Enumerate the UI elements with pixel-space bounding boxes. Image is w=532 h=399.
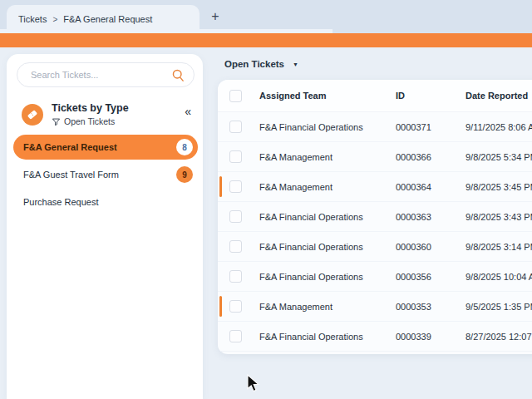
- row-checkbox-cell: [218, 180, 259, 193]
- cell-id: 0000353: [396, 302, 466, 312]
- tickets-table: Assigned Team ID Date Reported F&A Finan…: [218, 80, 532, 354]
- active-filter[interactable]: Open Tickets: [52, 116, 129, 126]
- cell-id: 0000371: [396, 122, 466, 132]
- row-checkbox[interactable]: [229, 300, 242, 313]
- row-checkbox[interactable]: [229, 240, 242, 253]
- sidebar: Tickets by Type Open Tickets « F&A Gener…: [7, 54, 203, 399]
- cell-date-reported: 8/27/2025 12:07 PM: [466, 332, 532, 342]
- breadcrumb-tickets[interactable]: Tickets: [18, 14, 47, 24]
- cell-assigned-team: F&A Financial Operations: [259, 332, 396, 342]
- breadcrumb-separator-icon: >: [52, 15, 57, 24]
- row-checkbox-cell: [218, 330, 259, 342]
- row-checkbox-cell: [218, 240, 259, 253]
- row-checkbox-cell: [218, 150, 259, 163]
- column-header-date-reported[interactable]: Date Reported: [466, 91, 532, 101]
- row-checkbox[interactable]: [229, 330, 242, 342]
- table-body: F&A Financial Operations 0000371 9/11/20…: [218, 112, 532, 352]
- tickets-by-type-header: Tickets by Type Open Tickets «: [7, 96, 203, 131]
- section-title: Tickets by Type: [52, 102, 129, 115]
- browser-tab-active[interactable]: Tickets > F&A General Request: [7, 5, 200, 33]
- ticket-icon: [22, 104, 43, 126]
- row-checkbox-cell: [218, 270, 259, 283]
- cell-id: 0000356: [396, 272, 466, 282]
- sidebar-item-label: F&A General Request: [23, 142, 117, 152]
- plus-icon: +: [211, 9, 219, 24]
- row-checkbox[interactable]: [229, 270, 242, 283]
- chevron-down-icon: ▼: [293, 62, 298, 67]
- select-all-checkbox[interactable]: [229, 90, 242, 102]
- search-input[interactable]: [29, 69, 171, 81]
- table-row[interactable]: F&A Financial Operations 0000339 8/27/20…: [218, 322, 532, 352]
- sidebar-item[interactable]: Purchase Request: [13, 190, 198, 214]
- ticket-count-badge: 9: [176, 166, 193, 183]
- mouse-cursor: [247, 374, 260, 392]
- cell-assigned-team: F&A Management: [259, 182, 396, 192]
- sidebar-item-label: Purchase Request: [23, 197, 99, 207]
- new-tab-button[interactable]: +: [205, 7, 225, 27]
- sidebar-item[interactable]: F&A General Request 8: [13, 135, 198, 160]
- row-checkbox[interactable]: [229, 210, 242, 223]
- header-checkbox-cell: [218, 90, 259, 102]
- row-checkbox-cell: [218, 121, 259, 133]
- cell-id: 0000366: [396, 152, 466, 162]
- row-checkbox-cell: [218, 300, 259, 313]
- filter-funnel-icon: [52, 117, 61, 126]
- search-icon[interactable]: [171, 68, 185, 82]
- sidebar-item-label: F&A Guest Travel Form: [23, 170, 119, 180]
- cell-id: 0000339: [396, 332, 466, 342]
- app-header-bar: [0, 33, 532, 47]
- cell-assigned-team: F&A Financial Operations: [259, 242, 396, 252]
- cell-assigned-team: F&A Financial Operations: [259, 272, 396, 282]
- table-header-row: Assigned Team ID Date Reported: [218, 80, 532, 112]
- row-checkbox[interactable]: [229, 180, 242, 193]
- cell-id: 0000364: [396, 182, 466, 192]
- cell-id: 0000360: [396, 242, 466, 252]
- ticket-count-badge: 8: [176, 139, 193, 155]
- search-box[interactable]: [17, 62, 195, 87]
- cell-assigned-team: F&A Financial Operations: [259, 212, 396, 222]
- cell-date-reported: 9/8/2025 5:34 PM: [466, 152, 532, 162]
- cell-date-reported: 9/11/2025 8:06 AM: [466, 122, 532, 132]
- table-row[interactable]: F&A Financial Operations 0000360 9/8/202…: [218, 232, 532, 262]
- cell-date-reported: 9/8/2025 3:43 PM: [466, 212, 532, 222]
- table-row[interactable]: F&A Management 0000366 9/8/2025 5:34 PM: [218, 142, 532, 172]
- row-checkbox-cell: [218, 210, 259, 223]
- table-row[interactable]: F&A Financial Operations 0000363 9/8/202…: [218, 202, 532, 232]
- cell-assigned-team: F&A Management: [259, 152, 396, 162]
- cell-date-reported: 9/8/2025 3:14 PM: [466, 242, 532, 252]
- ticket-type-list: F&A General Request 8 F&A Guest Travel F…: [7, 135, 203, 214]
- collapse-sidebar-icon[interactable]: «: [185, 106, 191, 117]
- cell-assigned-team: F&A Management: [259, 302, 396, 312]
- active-filter-label: Open Tickets: [64, 116, 115, 126]
- table-row[interactable]: F&A Management 0000364 9/8/2025 3:45 PM: [218, 172, 532, 202]
- column-header-id[interactable]: ID: [396, 91, 466, 101]
- view-selector[interactable]: Open Tickets ▼: [224, 59, 298, 69]
- cell-date-reported: 9/8/2025 3:45 PM: [466, 182, 532, 192]
- tab-bar: Tickets > F&A General Request +: [0, 0, 532, 33]
- breadcrumb-current: F&A General Request: [63, 14, 152, 24]
- cell-id: 0000363: [396, 212, 466, 222]
- cell-date-reported: 9/8/2025 10:04 AM: [466, 272, 532, 282]
- cell-assigned-team: F&A Financial Operations: [259, 122, 396, 132]
- sidebar-item[interactable]: F&A Guest Travel Form 9: [13, 162, 198, 187]
- flag-indicator: [219, 176, 222, 197]
- column-header-assigned-team[interactable]: Assigned Team: [259, 91, 396, 101]
- table-row[interactable]: F&A Management 0000353 9/5/2025 1:35 PM: [218, 292, 532, 322]
- view-selector-label: Open Tickets: [224, 59, 284, 69]
- table-row[interactable]: F&A Financial Operations 0000371 9/11/20…: [218, 112, 532, 142]
- flag-indicator: [219, 296, 222, 317]
- row-checkbox[interactable]: [229, 150, 242, 163]
- row-checkbox[interactable]: [229, 121, 242, 133]
- cell-date-reported: 9/5/2025 1:35 PM: [466, 302, 532, 312]
- table-row[interactable]: F&A Financial Operations 0000356 9/8/202…: [218, 262, 532, 292]
